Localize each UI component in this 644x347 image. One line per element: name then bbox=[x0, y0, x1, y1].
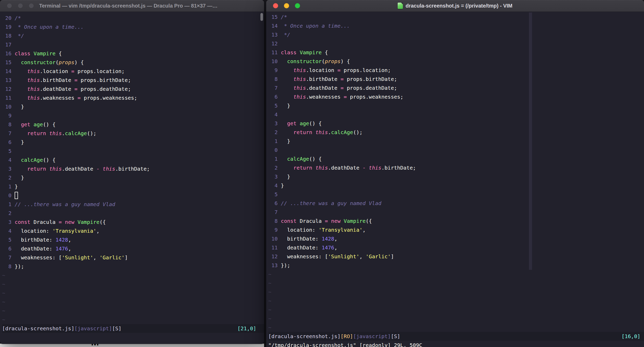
zoom-button[interactable] bbox=[295, 3, 300, 8]
code-line: 7 bbox=[268, 208, 644, 217]
tilde-line: ~ bbox=[2, 289, 264, 297]
tilde-line: ~ bbox=[268, 279, 644, 288]
background-page: M bbox=[0, 344, 264, 347]
cursor-position: [16,0] bbox=[622, 332, 640, 341]
code-line: 6 // ...there was a guy named Vlad bbox=[268, 199, 644, 208]
code-line: 7 return this.calcAge(); bbox=[2, 129, 264, 138]
code-line: 5 } bbox=[268, 101, 644, 110]
background-text-fragment: M bbox=[91, 344, 107, 346]
code-line: 17 bbox=[2, 40, 264, 49]
tilde-line: ~ bbox=[268, 270, 644, 279]
line-number: 1 bbox=[2, 201, 15, 207]
code-line: 8 this.birthDate = props.birthDate; bbox=[268, 75, 644, 83]
code-line: 8 get age() { bbox=[2, 120, 264, 129]
code-line: 6 deathDate: 1476, bbox=[2, 244, 264, 253]
code-line: 11 deathDate: 1476, bbox=[268, 243, 644, 252]
line-number: 7 bbox=[2, 130, 15, 136]
line-number: 1 bbox=[268, 156, 281, 162]
line-number: 4 bbox=[2, 157, 15, 163]
vim-statusline: [dracula-screenshot.js][RO][javascript][… bbox=[268, 332, 644, 341]
terminal-window: Terminal — vim /tmp/dracula-screenshot.j… bbox=[0, 0, 264, 344]
line-number: 8 bbox=[2, 121, 15, 128]
line-number: 16 bbox=[2, 50, 15, 57]
code-line: 6 } bbox=[2, 138, 264, 147]
code-line: 15 /* bbox=[268, 13, 644, 21]
close-button[interactable] bbox=[7, 3, 12, 8]
line-number: 18 bbox=[2, 33, 15, 39]
code-line: 18 */ bbox=[2, 31, 264, 40]
tilde-line: ~ bbox=[268, 314, 644, 323]
tilde-line: ~ bbox=[2, 297, 264, 306]
line-number: 0 bbox=[2, 192, 15, 199]
code-line: 10 } bbox=[2, 102, 264, 111]
code-line: 0 bbox=[268, 146, 644, 154]
code-line: 11 this.weaknesses = props.weaknesses; bbox=[2, 93, 264, 102]
line-number: 2 bbox=[2, 210, 15, 216]
line-number: 13 bbox=[2, 77, 15, 83]
line-number: 12 bbox=[268, 253, 281, 260]
close-button[interactable] bbox=[273, 3, 278, 8]
line-number: 12 bbox=[2, 86, 15, 92]
code-line: 8 }); bbox=[2, 262, 264, 271]
line-number: 9 bbox=[268, 227, 281, 233]
line-number: 14 bbox=[268, 23, 281, 29]
minimize-button[interactable] bbox=[284, 3, 289, 8]
tilde-line: ~ bbox=[268, 296, 644, 305]
code-line: 3 return this.deathDate - this.birthDate… bbox=[2, 164, 264, 173]
tilde-line: ~ bbox=[2, 271, 264, 280]
line-number: 19 bbox=[2, 24, 15, 30]
code-line: 13 */ bbox=[268, 30, 644, 39]
code-line: 12 bbox=[268, 39, 644, 48]
line-number: 5 bbox=[268, 191, 281, 198]
vim-statusline: [dracula-screenshot.js][javascript][S][2… bbox=[2, 324, 264, 333]
line-number: 3 bbox=[2, 166, 15, 172]
code-line: 7 weaknesses: ['Sunlight', 'Garlic'] bbox=[2, 253, 264, 262]
code-line: 2 return this.deathDate - this.birthDate… bbox=[268, 163, 644, 172]
code-line: 9 location: 'Transylvania', bbox=[268, 225, 644, 234]
line-number: 6 bbox=[2, 139, 15, 145]
code-line: 5 bbox=[2, 147, 264, 155]
code-line: 4 } bbox=[268, 181, 644, 190]
line-number: 7 bbox=[268, 209, 281, 215]
line-number: 3 bbox=[268, 120, 281, 127]
scrollbar-thumb[interactable] bbox=[260, 13, 263, 21]
line-number: 5 bbox=[2, 148, 15, 154]
macvim-window-title: dracula-screenshot.js = (/private/tmp) -… bbox=[406, 3, 512, 9]
line-number: 4 bbox=[2, 228, 15, 234]
code-line: 5 bbox=[268, 190, 644, 199]
line-number: 6 bbox=[2, 246, 15, 252]
line-number: 9 bbox=[2, 112, 15, 119]
terminal-titlebar[interactable]: Terminal — vim /tmp/dracula-screenshot.j… bbox=[0, 0, 264, 12]
line-number: 13 bbox=[268, 32, 281, 38]
code-line: 1 } bbox=[2, 182, 264, 191]
tilde-line: ~ bbox=[268, 288, 644, 296]
minimize-button[interactable] bbox=[18, 3, 23, 8]
line-number: 4 bbox=[268, 182, 281, 189]
zoom-button[interactable] bbox=[29, 3, 34, 8]
line-number: 5 bbox=[2, 237, 15, 243]
code-line: 0 bbox=[2, 191, 264, 200]
line-number: 2 bbox=[2, 175, 15, 181]
code-line: 10 birthDate: 1428, bbox=[268, 234, 644, 243]
code-line: 5 birthDate: 1428, bbox=[2, 235, 264, 244]
code-line: 1 } bbox=[268, 137, 644, 146]
line-number: 1 bbox=[268, 138, 281, 144]
code-line: 4 bbox=[268, 110, 644, 119]
left-editor[interactable]: 20 /* 19 * Once upon a time... 18 */ 17 … bbox=[0, 11, 264, 344]
document-icon bbox=[398, 3, 403, 9]
macvim-titlebar[interactable]: dracula-screenshot.js = (/private/tmp) -… bbox=[266, 0, 644, 12]
line-number: 6 bbox=[268, 200, 281, 206]
right-rows: 15 /* 14 * Once upon a time... 13 */ 12 … bbox=[268, 13, 644, 347]
line-number: 8 bbox=[268, 76, 281, 82]
line-number: 1 bbox=[2, 183, 15, 190]
code-line: 14 * Once upon a time... bbox=[268, 21, 644, 30]
line-number: 2 bbox=[268, 165, 281, 171]
line-number: 20 bbox=[2, 15, 15, 21]
code-line: 7 this.deathDate = props.deathDate; bbox=[268, 83, 644, 92]
line-number: 7 bbox=[268, 85, 281, 91]
code-line: 13 }); bbox=[268, 261, 644, 270]
code-line: 6 this.weaknesses = props.weaknesses; bbox=[268, 92, 644, 101]
right-editor[interactable]: 15 /* 14 * Once upon a time... 13 */ 12 … bbox=[266, 11, 644, 347]
vim-cursor bbox=[15, 192, 18, 199]
line-number: 11 bbox=[2, 95, 15, 101]
